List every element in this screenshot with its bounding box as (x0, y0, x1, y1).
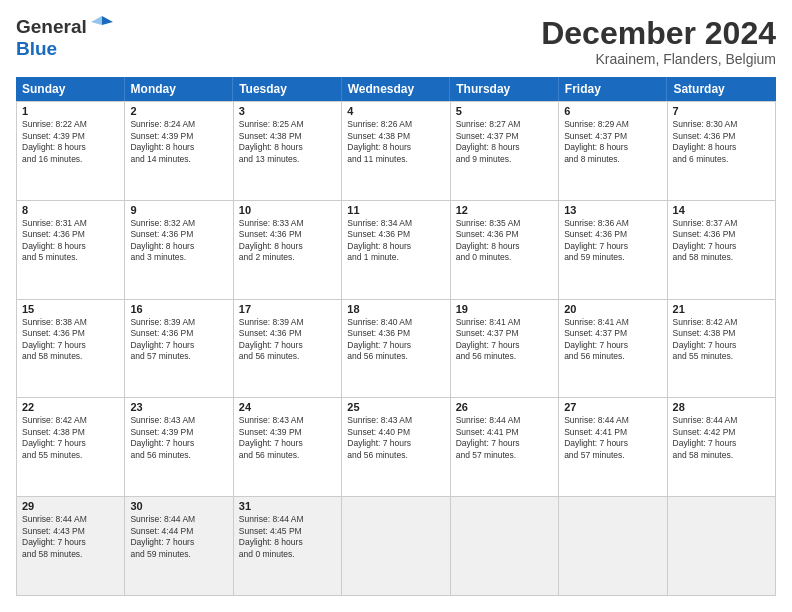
header-thursday: Thursday (450, 77, 559, 101)
cal-cell-25: 25Sunrise: 8:43 AMSunset: 4:40 PMDayligh… (342, 398, 450, 497)
cal-cell-30: 30Sunrise: 8:44 AMSunset: 4:44 PMDayligh… (125, 497, 233, 596)
cal-cell-1: 1Sunrise: 8:22 AMSunset: 4:39 PMDaylight… (17, 102, 125, 201)
cal-cell-22: 22Sunrise: 8:42 AMSunset: 4:38 PMDayligh… (17, 398, 125, 497)
cal-cell-26: 26Sunrise: 8:44 AMSunset: 4:41 PMDayligh… (451, 398, 559, 497)
cal-cell-20: 20Sunrise: 8:41 AMSunset: 4:37 PMDayligh… (559, 300, 667, 399)
cal-cell-2: 2Sunrise: 8:24 AMSunset: 4:39 PMDaylight… (125, 102, 233, 201)
logo-blue: Blue (16, 38, 57, 59)
cal-cell-18: 18Sunrise: 8:40 AMSunset: 4:36 PMDayligh… (342, 300, 450, 399)
header-friday: Friday (559, 77, 668, 101)
cal-cell-10: 10Sunrise: 8:33 AMSunset: 4:36 PMDayligh… (234, 201, 342, 300)
cal-cell-19: 19Sunrise: 8:41 AMSunset: 4:37 PMDayligh… (451, 300, 559, 399)
logo-bird-icon (91, 14, 113, 36)
title-area: December 2024 Kraainem, Flanders, Belgiu… (541, 16, 776, 67)
cal-cell-6: 6Sunrise: 8:29 AMSunset: 4:37 PMDaylight… (559, 102, 667, 201)
header-wednesday: Wednesday (342, 77, 451, 101)
cal-cell-12: 12Sunrise: 8:35 AMSunset: 4:36 PMDayligh… (451, 201, 559, 300)
cal-cell-3: 3Sunrise: 8:25 AMSunset: 4:38 PMDaylight… (234, 102, 342, 201)
cal-cell-21: 21Sunrise: 8:42 AMSunset: 4:38 PMDayligh… (668, 300, 776, 399)
svg-marker-0 (102, 16, 113, 25)
cal-cell-empty (559, 497, 667, 596)
cal-cell-15: 15Sunrise: 8:38 AMSunset: 4:36 PMDayligh… (17, 300, 125, 399)
location-subtitle: Kraainem, Flanders, Belgium (541, 51, 776, 67)
month-title: December 2024 (541, 16, 776, 51)
header-sunday: Sunday (16, 77, 125, 101)
cal-cell-empty (342, 497, 450, 596)
calendar-header: Sunday Monday Tuesday Wednesday Thursday… (16, 77, 776, 101)
cal-cell-4: 4Sunrise: 8:26 AMSunset: 4:38 PMDaylight… (342, 102, 450, 201)
cal-cell-28: 28Sunrise: 8:44 AMSunset: 4:42 PMDayligh… (668, 398, 776, 497)
cal-cell-11: 11Sunrise: 8:34 AMSunset: 4:36 PMDayligh… (342, 201, 450, 300)
cal-cell-27: 27Sunrise: 8:44 AMSunset: 4:41 PMDayligh… (559, 398, 667, 497)
cal-cell-empty (668, 497, 776, 596)
header-saturday: Saturday (667, 77, 776, 101)
cal-cell-23: 23Sunrise: 8:43 AMSunset: 4:39 PMDayligh… (125, 398, 233, 497)
logo-general: General (16, 16, 87, 38)
cal-cell-14: 14Sunrise: 8:37 AMSunset: 4:36 PMDayligh… (668, 201, 776, 300)
cal-cell-16: 16Sunrise: 8:39 AMSunset: 4:36 PMDayligh… (125, 300, 233, 399)
cal-cell-24: 24Sunrise: 8:43 AMSunset: 4:39 PMDayligh… (234, 398, 342, 497)
cal-cell-empty (451, 497, 559, 596)
cal-cell-17: 17Sunrise: 8:39 AMSunset: 4:36 PMDayligh… (234, 300, 342, 399)
calendar: Sunday Monday Tuesday Wednesday Thursday… (16, 77, 776, 596)
cal-cell-8: 8Sunrise: 8:31 AMSunset: 4:36 PMDaylight… (17, 201, 125, 300)
svg-marker-1 (91, 16, 102, 25)
cal-cell-29: 29Sunrise: 8:44 AMSunset: 4:43 PMDayligh… (17, 497, 125, 596)
logo: General Blue (16, 16, 113, 60)
header-monday: Monday (125, 77, 234, 101)
calendar-body: 1Sunrise: 8:22 AMSunset: 4:39 PMDaylight… (16, 101, 776, 596)
cal-cell-13: 13Sunrise: 8:36 AMSunset: 4:36 PMDayligh… (559, 201, 667, 300)
cal-cell-9: 9Sunrise: 8:32 AMSunset: 4:36 PMDaylight… (125, 201, 233, 300)
header-tuesday: Tuesday (233, 77, 342, 101)
header: General Blue December 2024 Kraainem, Fla… (16, 16, 776, 67)
cal-cell-5: 5Sunrise: 8:27 AMSunset: 4:37 PMDaylight… (451, 102, 559, 201)
page: General Blue December 2024 Kraainem, Fla… (0, 0, 792, 612)
cal-cell-31: 31Sunrise: 8:44 AMSunset: 4:45 PMDayligh… (234, 497, 342, 596)
cal-cell-7: 7Sunrise: 8:30 AMSunset: 4:36 PMDaylight… (668, 102, 776, 201)
